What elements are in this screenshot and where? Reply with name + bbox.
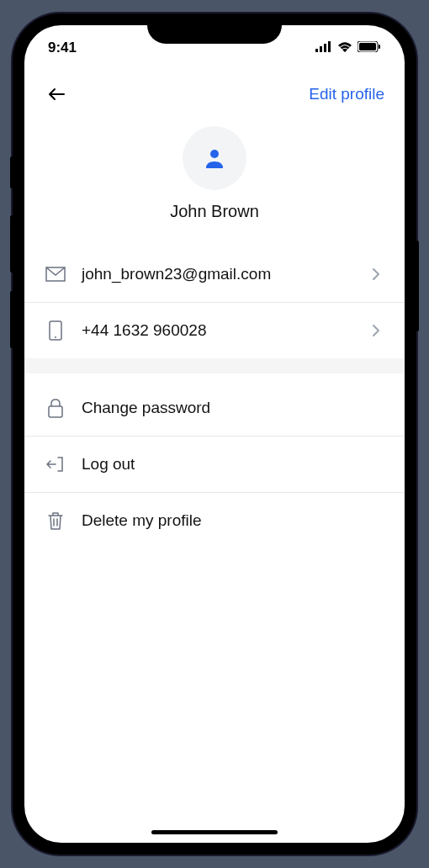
profile-name: John Brown bbox=[170, 202, 259, 221]
edit-profile-link[interactable]: Edit profile bbox=[309, 85, 384, 103]
log-out-label: Log out bbox=[82, 455, 384, 474]
back-button[interactable] bbox=[45, 82, 68, 106]
delete-profile-label: Delete my profile bbox=[82, 511, 384, 530]
side-button bbox=[10, 156, 14, 188]
svg-rect-0 bbox=[315, 49, 318, 52]
svg-rect-5 bbox=[359, 43, 376, 50]
phone-frame: 9:41 Edit profile J bbox=[13, 13, 416, 855]
chevron-right-icon bbox=[368, 322, 384, 339]
avatar bbox=[183, 126, 246, 190]
trash-icon bbox=[45, 510, 66, 532]
status-icons-group bbox=[315, 40, 381, 56]
svg-rect-11 bbox=[49, 406, 62, 417]
battery-icon bbox=[358, 40, 381, 56]
phone-row[interactable]: +44 1632 960028 bbox=[24, 303, 405, 358]
arrow-left-icon bbox=[47, 85, 66, 103]
logout-icon bbox=[45, 453, 66, 475]
side-button bbox=[415, 241, 419, 331]
svg-rect-2 bbox=[324, 44, 326, 52]
cellular-icon bbox=[315, 40, 332, 56]
notch bbox=[147, 13, 282, 44]
section-divider bbox=[24, 358, 405, 373]
mail-icon bbox=[45, 263, 66, 285]
contact-section: john_brown23@gmail.com +44 1632 960028 bbox=[24, 246, 405, 358]
svg-point-7 bbox=[210, 150, 219, 158]
lock-icon bbox=[45, 397, 66, 419]
email-label: john_brown23@gmail.com bbox=[82, 265, 368, 283]
change-password-row[interactable]: Change password bbox=[24, 380, 405, 437]
wifi-icon bbox=[337, 40, 352, 56]
header: Edit profile bbox=[24, 66, 405, 123]
side-button bbox=[10, 291, 14, 348]
status-time: 9:41 bbox=[48, 40, 77, 56]
side-button bbox=[10, 215, 14, 273]
actions-section: Change password Log out Delete my profil… bbox=[24, 373, 405, 548]
log-out-row[interactable]: Log out bbox=[24, 437, 405, 493]
svg-rect-3 bbox=[328, 41, 331, 52]
email-row[interactable]: john_brown23@gmail.com bbox=[24, 246, 405, 303]
chevron-right-icon bbox=[368, 266, 384, 283]
delete-profile-row[interactable]: Delete my profile bbox=[24, 493, 405, 548]
person-icon bbox=[201, 145, 228, 172]
change-password-label: Change password bbox=[82, 399, 384, 417]
svg-rect-6 bbox=[379, 45, 380, 49]
phone-icon bbox=[45, 320, 66, 341]
phone-label: +44 1632 960028 bbox=[82, 321, 368, 340]
svg-point-10 bbox=[55, 336, 56, 338]
svg-rect-1 bbox=[320, 46, 322, 52]
home-indicator[interactable] bbox=[151, 830, 278, 834]
profile-section: John Brown bbox=[24, 123, 405, 246]
screen: 9:41 Edit profile J bbox=[24, 25, 405, 843]
